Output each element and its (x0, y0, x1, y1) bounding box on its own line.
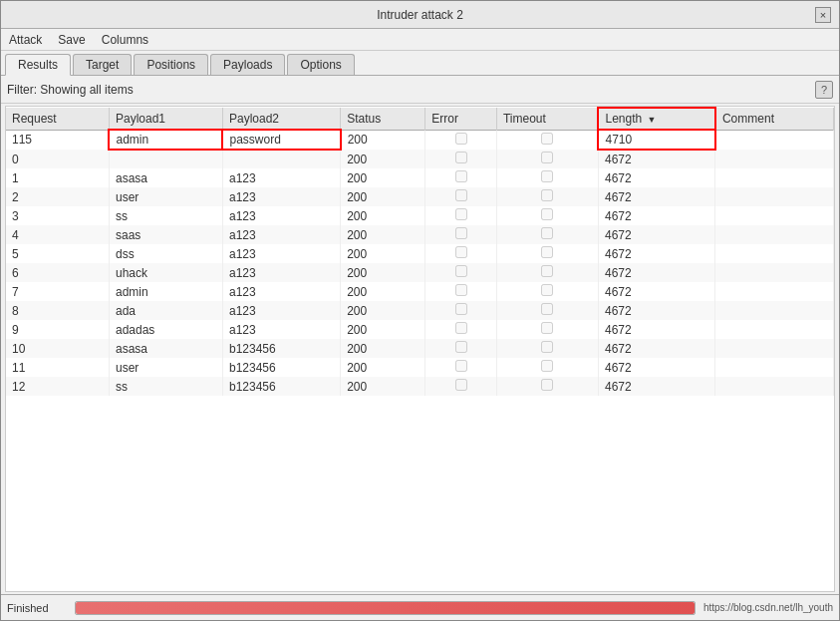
cell-error (425, 339, 497, 358)
cell-comment (715, 187, 834, 206)
window-title: Intruder attack 2 (25, 8, 815, 22)
menu-save[interactable]: Save (54, 32, 89, 48)
cell-payload1: adadas (109, 320, 222, 339)
table-header-row: Request Payload1 Payload2 Status Error T… (6, 108, 834, 130)
cell-status: 200 (341, 150, 425, 168)
cell-request: 6 (6, 263, 109, 282)
col-comment[interactable]: Comment (715, 108, 834, 130)
cell-payload2: a123 (222, 320, 340, 339)
cell-timeout (496, 225, 598, 244)
close-button[interactable]: × (815, 7, 831, 23)
cell-comment (715, 339, 834, 358)
cell-length: 4672 (598, 206, 715, 225)
table-row[interactable]: 9adadasa1232004672 (6, 320, 834, 339)
col-length[interactable]: Length ▼ (598, 108, 715, 130)
cell-timeout (496, 377, 598, 396)
cell-status: 200 (341, 263, 425, 282)
cell-comment (715, 320, 834, 339)
cell-payload1: user (109, 187, 222, 206)
results-table: Request Payload1 Payload2 Status Error T… (6, 107, 834, 396)
cell-length: 4672 (598, 358, 715, 377)
cell-length: 4672 (598, 282, 715, 301)
cell-timeout (496, 282, 598, 301)
cell-length: 4672 (598, 168, 715, 187)
cell-length: 4672 (598, 187, 715, 206)
tab-results[interactable]: Results (5, 54, 71, 76)
cell-timeout (496, 168, 598, 187)
cell-status: 200 (341, 206, 425, 225)
cell-payload1: admin (109, 130, 222, 150)
cell-payload2 (222, 150, 340, 168)
cell-payload2: a123 (222, 206, 340, 225)
col-payload2[interactable]: Payload2 (222, 108, 340, 130)
cell-request: 9 (6, 320, 109, 339)
cell-payload1: asasa (109, 339, 222, 358)
cell-payload1: user (109, 358, 222, 377)
table-row[interactable]: 8adaa1232004672 (6, 301, 834, 320)
cell-payload1: admin (109, 282, 222, 301)
tab-positions[interactable]: Positions (134, 54, 208, 75)
cell-error (425, 377, 497, 396)
table-row[interactable]: 12ssb1234562004672 (6, 377, 834, 396)
cell-comment (715, 244, 834, 263)
cell-comment (715, 168, 834, 187)
cell-payload2: b123456 (222, 377, 340, 396)
cell-payload1: asasa (109, 168, 222, 187)
cell-request: 12 (6, 377, 109, 396)
table-row[interactable]: 2usera1232004672 (6, 187, 834, 206)
results-table-container[interactable]: Request Payload1 Payload2 Status Error T… (5, 106, 835, 592)
cell-request: 115 (6, 130, 109, 150)
menu-bar: Attack Save Columns (1, 29, 839, 51)
cell-timeout (496, 358, 598, 377)
cell-request: 11 (6, 358, 109, 377)
cell-status: 200 (341, 244, 425, 263)
tab-target[interactable]: Target (73, 54, 132, 75)
cell-timeout (496, 301, 598, 320)
status-bar: Finished https://blog.csdn.net/lh_youth (1, 594, 839, 620)
cell-length: 4672 (598, 339, 715, 358)
cell-length: 4672 (598, 301, 715, 320)
table-row[interactable]: 5dssa1232004672 (6, 244, 834, 263)
table-row[interactable]: 4saasa1232004672 (6, 225, 834, 244)
col-request[interactable]: Request (6, 108, 109, 130)
cell-comment (715, 130, 834, 150)
menu-columns[interactable]: Columns (98, 32, 152, 48)
cell-request: 8 (6, 301, 109, 320)
table-row[interactable]: 11userb1234562004672 (6, 358, 834, 377)
tab-options[interactable]: Options (287, 54, 354, 75)
cell-error (425, 130, 497, 150)
cell-comment (715, 358, 834, 377)
table-row[interactable]: 1asasaa1232004672 (6, 168, 834, 187)
cell-error (425, 206, 497, 225)
table-row[interactable]: 02004672 (6, 150, 834, 168)
cell-payload1: saas (109, 225, 222, 244)
table-row[interactable]: 6uhacka1232004672 (6, 263, 834, 282)
cell-error (425, 150, 497, 168)
cell-error (425, 168, 497, 187)
col-payload1[interactable]: Payload1 (109, 108, 222, 130)
table-row[interactable]: 10asasab1234562004672 (6, 339, 834, 358)
cell-status: 200 (341, 225, 425, 244)
cell-request: 10 (6, 339, 109, 358)
cell-payload2: a123 (222, 225, 340, 244)
cell-timeout (496, 130, 598, 150)
col-timeout[interactable]: Timeout (496, 108, 598, 130)
cell-error (425, 225, 497, 244)
col-status[interactable]: Status (341, 108, 425, 130)
table-row[interactable]: 3ssa1232004672 (6, 206, 834, 225)
help-button[interactable]: ? (815, 81, 833, 99)
cell-timeout (496, 150, 598, 168)
cell-status: 200 (341, 301, 425, 320)
cell-status: 200 (341, 187, 425, 206)
menu-attack[interactable]: Attack (5, 32, 46, 48)
cell-payload2: b123456 (222, 339, 340, 358)
cell-comment (715, 150, 834, 168)
table-row[interactable]: 7admina1232004672 (6, 282, 834, 301)
progress-bar-container (75, 601, 696, 615)
tab-payloads[interactable]: Payloads (210, 54, 285, 75)
col-error[interactable]: Error (425, 108, 497, 130)
table-row[interactable]: 115adminpassword2004710 (6, 130, 834, 150)
filter-label: Filter: Showing all items (7, 83, 134, 97)
cell-payload2: password (222, 130, 340, 150)
table-body: 115adminpassword2004710020046721asasaa12… (6, 130, 834, 396)
